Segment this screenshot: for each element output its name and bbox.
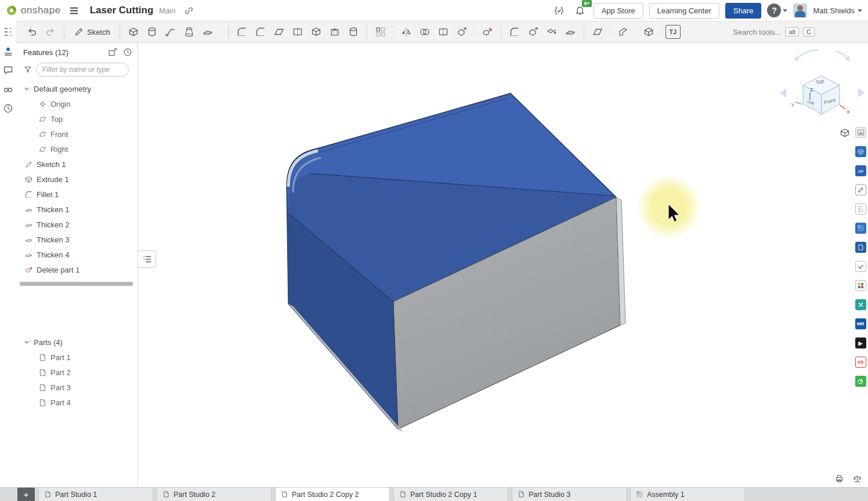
mirror-icon[interactable] <box>397 23 415 41</box>
linear-pattern-icon[interactable] <box>372 23 389 41</box>
share-button[interactable]: Share <box>725 3 762 19</box>
feature-item-thicken-2[interactable]: Thicken 2 <box>16 217 138 232</box>
feature-item-thicken-3[interactable]: Thicken 3 <box>16 232 138 247</box>
shell-icon[interactable] <box>308 23 325 41</box>
frame-icon[interactable] <box>640 23 657 41</box>
draft-icon[interactable] <box>270 23 288 41</box>
modify-fillet-icon[interactable] <box>506 23 523 41</box>
feature-item-extrude-1[interactable]: Extrude 1 <box>16 172 138 187</box>
chevron-down-icon[interactable] <box>659 23 664 41</box>
fillet-icon[interactable] <box>233 23 251 41</box>
workspace-name[interactable]: Main <box>159 6 175 15</box>
rollback-bar[interactable] <box>20 282 133 286</box>
tab-assembly-1[interactable]: Assembly 1 <box>630 488 745 501</box>
move-face-icon[interactable] <box>525 23 542 41</box>
cad-app-icon[interactable] <box>855 146 866 157</box>
history-icon[interactable] <box>2 103 14 114</box>
panel-flyout-handle[interactable] <box>139 251 156 268</box>
tab-part-studio-1[interactable]: Part Studio 1 <box>38 488 153 501</box>
notes-app-icon[interactable] <box>855 204 866 215</box>
print-export-icon[interactable] <box>834 474 844 484</box>
onshape-logo[interactable]: onshape <box>6 5 61 16</box>
rollback-history-icon[interactable] <box>122 47 133 57</box>
copy-link-icon[interactable] <box>181 3 196 18</box>
chevron-down-icon[interactable] <box>390 23 396 41</box>
display-mode-cube-icon[interactable] <box>839 127 851 139</box>
search-tools[interactable]: Search tools... alt C <box>733 27 815 37</box>
delete-part-icon[interactable] <box>479 23 496 41</box>
follow-mode-icon[interactable] <box>2 84 14 95</box>
notifications-bell-icon[interactable]: 9+ <box>573 3 588 18</box>
feature-item-delete-part-1[interactable]: Delete part 1 <box>16 262 138 277</box>
mr-app-icon[interactable]: MR <box>855 318 866 329</box>
feature-item-sketch-1[interactable]: Sketch 1 <box>16 157 138 172</box>
replace-face-icon[interactable] <box>543 23 560 41</box>
chevron-down-icon[interactable] <box>682 23 688 41</box>
learning-center-button[interactable]: Learning Center <box>649 3 719 19</box>
home-app-icon[interactable] <box>855 242 866 253</box>
video-play-icon[interactable]: ▶ <box>855 337 866 348</box>
charts-app-icon[interactable] <box>855 223 866 234</box>
redo-icon[interactable] <box>42 23 59 41</box>
default-geometry-group[interactable]: Default geometry <box>16 81 138 96</box>
sheet-metal-icon[interactable] <box>614 23 632 41</box>
feature-item-fillet-1[interactable]: Fillet 1 <box>16 187 138 202</box>
tab-part-studio-2-copy-2[interactable]: Part Studio 2 Copy 2 <box>275 488 390 501</box>
mate-connector-icon[interactable] <box>2 45 14 57</box>
chevron-down-icon[interactable] <box>472 23 478 41</box>
sketch-button[interactable]: Sketch <box>69 23 115 41</box>
vs-app-icon[interactable]: VS <box>855 357 866 368</box>
surface-icon[interactable] <box>589 23 606 41</box>
part-item-3[interactable]: Part 3 <box>16 380 138 395</box>
model-viewport[interactable]: Top Left Front Y Z X MR ▶ VS <box>139 43 868 487</box>
screenshot-icon[interactable] <box>855 127 866 138</box>
loft-icon[interactable] <box>180 23 198 41</box>
help-menu[interactable]: ? <box>767 3 787 17</box>
filter-funnel-icon[interactable] <box>23 65 32 74</box>
tab-part-studio-3[interactable]: Part Studio 3 <box>512 488 627 501</box>
add-tab-button[interactable]: + <box>17 488 35 501</box>
chevron-down-icon[interactable] <box>607 23 613 41</box>
units-scale-icon[interactable] <box>852 474 862 484</box>
rib-icon[interactable] <box>289 23 306 41</box>
rotate-right-arrow[interactable] <box>858 88 865 97</box>
extrude-icon[interactable] <box>125 23 142 41</box>
split-icon[interactable] <box>435 23 452 41</box>
document-menu-icon[interactable] <box>67 3 82 18</box>
part-item-1[interactable]: Part 1 <box>16 350 138 365</box>
offset-surface-icon[interactable] <box>562 23 579 41</box>
boolean-icon[interactable] <box>416 23 433 41</box>
chevron-down-icon[interactable] <box>218 23 223 41</box>
user-menu[interactable]: Matt Shields <box>813 6 862 15</box>
part-item-4[interactable]: Part 4 <box>16 395 138 410</box>
tree-item-origin[interactable]: Origin <box>16 96 138 111</box>
hole-icon[interactable] <box>326 23 343 41</box>
status-app-icon[interactable] <box>855 376 866 387</box>
sketchpad-app-icon[interactable] <box>855 184 866 195</box>
custom-feature-tj-button[interactable]: TJ <box>666 25 681 39</box>
undo-icon[interactable] <box>23 23 41 41</box>
layers-app-icon[interactable] <box>855 165 866 176</box>
app-store-button[interactable]: App Store <box>594 3 643 19</box>
view-cube[interactable]: Top Left Front Y Z X <box>780 50 865 115</box>
tree-item-front-plane[interactable]: Front <box>16 126 138 141</box>
user-avatar[interactable] <box>793 3 807 17</box>
thicken-icon[interactable] <box>199 23 216 41</box>
new-folder-icon[interactable] <box>107 47 118 57</box>
tab-part-studio-2[interactable]: Part Studio 2 <box>157 488 272 501</box>
feature-tree-icon[interactable] <box>2 26 14 38</box>
tree-item-top-plane[interactable]: Top <box>16 111 138 126</box>
feature-item-thicken-1[interactable]: Thicken 1 <box>16 202 138 217</box>
part-item-2[interactable]: Part 2 <box>16 365 138 380</box>
palette-app-icon[interactable] <box>855 280 866 291</box>
rotate-left-arrow[interactable] <box>780 88 786 97</box>
checker-app-icon[interactable] <box>855 261 866 272</box>
model-canvas[interactable]: Top Left Front Y Z X <box>139 43 868 487</box>
revolve-icon[interactable] <box>143 23 161 41</box>
tab-part-studio-2-copy-1[interactable]: Part Studio 2 Copy 1 <box>393 488 508 501</box>
compare-versions-icon[interactable] <box>552 3 567 18</box>
wrap-icon[interactable] <box>345 23 362 41</box>
sweep-icon[interactable] <box>162 23 179 41</box>
feature-filter-input[interactable] <box>36 63 129 77</box>
parts-group[interactable]: Parts (4) <box>16 335 138 350</box>
